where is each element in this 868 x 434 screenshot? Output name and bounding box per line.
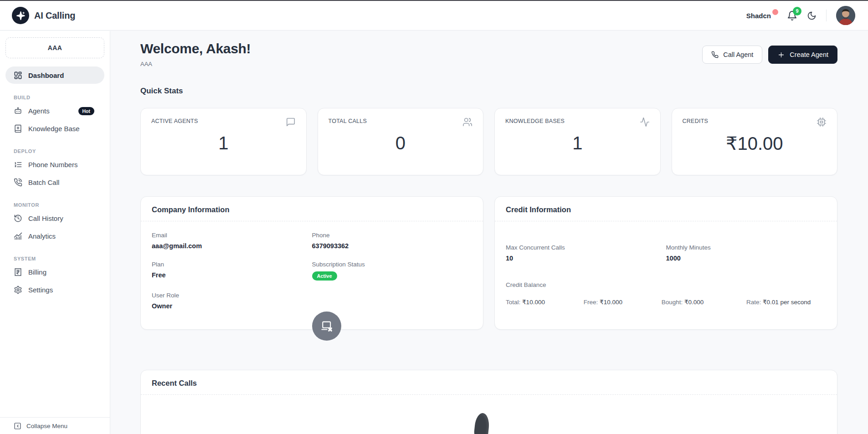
history-icon [14, 214, 22, 223]
moon-icon [807, 11, 817, 20]
user-avatar[interactable] [836, 6, 855, 25]
sidebar-item-phone-numbers[interactable]: Phone Numbers [5, 156, 104, 174]
theme-toggle-button[interactable] [807, 11, 817, 20]
page-subtitle: AAA [140, 61, 251, 67]
bot-icon [14, 107, 22, 115]
sidebar-item-batch-call[interactable]: Batch Call [5, 174, 104, 191]
settings-gear-icon [14, 286, 22, 294]
topbar-actions: Shadcn 9 [746, 6, 855, 25]
brand-name: AI Calling [34, 10, 75, 21]
section-label-build: BUILD [14, 95, 104, 100]
page-title: Welcome, Akash! [140, 41, 251, 56]
stat-card-knowledge-bases: KNOWLEDGE BASES 1 [494, 108, 661, 175]
plus-icon [777, 51, 785, 59]
sidebar: AAA Dashboard BUILD Agents Hot Knowledge… [0, 31, 110, 434]
page-header: Welcome, Akash! AAA Call Agent Create Ag… [140, 41, 837, 67]
message-square-icon [286, 117, 296, 127]
create-agent-button[interactable]: Create Agent [768, 46, 837, 64]
sidebar-item-label: Knowledge Base [28, 125, 80, 133]
stat-card-active-agents: ACTIVE AGENTS 1 [140, 108, 307, 175]
phone-handset-illustration [473, 413, 490, 434]
phone-icon [711, 51, 719, 58]
quick-stats-title: Quick Stats [140, 87, 837, 96]
field-subscription-status: Subscription Status Active [312, 261, 473, 281]
receipt-rupee-icon [14, 268, 22, 276]
active-status-badge: Active [312, 271, 337, 281]
field-user-role: User Role Owner [152, 292, 312, 310]
collapse-menu-button[interactable]: Collapse Menu [0, 417, 110, 434]
company-information-title: Company Information [141, 197, 483, 221]
notifications-button[interactable]: 9 [787, 10, 797, 21]
brand: AI Calling [12, 7, 75, 24]
laptop-x-icon [320, 319, 334, 333]
panel-collapse-icon [14, 422, 21, 430]
info-cards-row: Company Information Email aaa@gmail.com … [140, 196, 837, 330]
stat-value: 1 [151, 133, 296, 153]
stat-label: KNOWLEDGE BASES [505, 118, 565, 124]
layout-dashboard-icon [14, 71, 22, 80]
screen-share-off-button[interactable] [312, 311, 341, 341]
sidebar-item-analytics[interactable]: Analytics [5, 227, 104, 245]
credit-balance-row: Total: ₹10.000 Free: ₹10.000 Bought: ₹0.… [506, 298, 826, 306]
sidebar-nav: AAA Dashboard BUILD Agents Hot Knowledge… [0, 31, 110, 417]
stat-label: CREDITS [683, 118, 709, 124]
section-label-monitor: MONITOR [14, 202, 104, 208]
sidebar-item-dashboard[interactable]: Dashboard [5, 66, 104, 84]
sidebar-item-label: Phone Numbers [28, 161, 77, 168]
alert-dot [772, 9, 778, 15]
environment-label: Shadcn [746, 12, 771, 20]
users-icon [462, 117, 473, 127]
collapse-menu-label: Collapse Menu [26, 423, 67, 429]
stat-card-total-calls: TOTAL CALLS 0 [318, 108, 484, 175]
stat-card-credits: CREDITS ₹10.00 [672, 108, 838, 175]
hot-badge: Hot [78, 107, 95, 115]
company-information-card: Company Information Email aaa@gmail.com … [140, 196, 483, 330]
stat-label: ACTIVE AGENTS [151, 118, 198, 124]
sidebar-item-label: Billing [28, 268, 46, 276]
book-plus-icon [14, 124, 22, 133]
stat-label: TOTAL CALLS [329, 118, 367, 124]
sidebar-item-label: Settings [28, 286, 53, 294]
section-label-deploy: DEPLOY [14, 148, 104, 154]
sidebar-item-knowledge-base[interactable]: Knowledge Base [5, 120, 104, 138]
credit-information-title: Credit Information [495, 197, 837, 221]
cpu-icon [817, 117, 827, 127]
window-edge [0, 0, 868, 1]
sidebar-item-billing[interactable]: Billing [5, 263, 104, 281]
activity-icon [640, 117, 650, 127]
sidebar-item-settings[interactable]: Settings [5, 281, 104, 299]
sidebar-item-label: Agents [28, 107, 50, 115]
topbar-divider [826, 10, 827, 21]
stat-value: 0 [329, 133, 473, 153]
recent-calls-card: Recent Calls [140, 370, 837, 434]
balance-bought: Bought: ₹0.000 [662, 298, 746, 306]
field-email: Email aaa@gmail.com [152, 232, 312, 250]
analytics-chart-icon [14, 232, 22, 240]
field-phone: Phone 6379093362 [312, 232, 473, 250]
sparkles-icon [12, 7, 29, 24]
workspace-selector[interactable]: AAA [5, 37, 104, 58]
stat-value: 1 [505, 133, 650, 153]
sidebar-item-label: Call History [28, 214, 63, 222]
stat-value: ₹10.00 [683, 133, 827, 154]
sidebar-item-agents[interactable]: Agents Hot [5, 102, 104, 120]
field-max-concurrent-calls: Max Concurrent Calls 10 [506, 244, 666, 262]
field-plan: Plan Free [152, 261, 312, 281]
notification-count-badge: 9 [793, 7, 801, 15]
sidebar-item-label: Batch Call [28, 179, 59, 186]
topbar: AI Calling Shadcn 9 [0, 1, 868, 31]
call-agent-button[interactable]: Call Agent [702, 46, 762, 64]
balance-free: Free: ₹10.000 [584, 298, 662, 306]
field-monthly-minutes: Monthly Minutes 1000 [666, 244, 827, 262]
sidebar-item-call-history[interactable]: Call History [5, 209, 104, 227]
quick-stats-grid: ACTIVE AGENTS 1 TOTAL CALLS 0 KNOWLEDGE … [140, 108, 837, 175]
credit-balance-label: Credit Balance [506, 281, 826, 288]
balance-total: Total: ₹10.000 [506, 298, 584, 306]
balance-rate: Rate: ₹0.01 per second [746, 298, 826, 306]
recent-calls-body [141, 395, 837, 434]
recent-calls-title: Recent Calls [141, 370, 837, 395]
main-content: Welcome, Akash! AAA Call Agent Create Ag… [111, 31, 868, 434]
ordered-list-icon [14, 160, 22, 169]
section-label-system: SYSTEM [14, 256, 104, 261]
phone-call-icon [14, 178, 22, 187]
